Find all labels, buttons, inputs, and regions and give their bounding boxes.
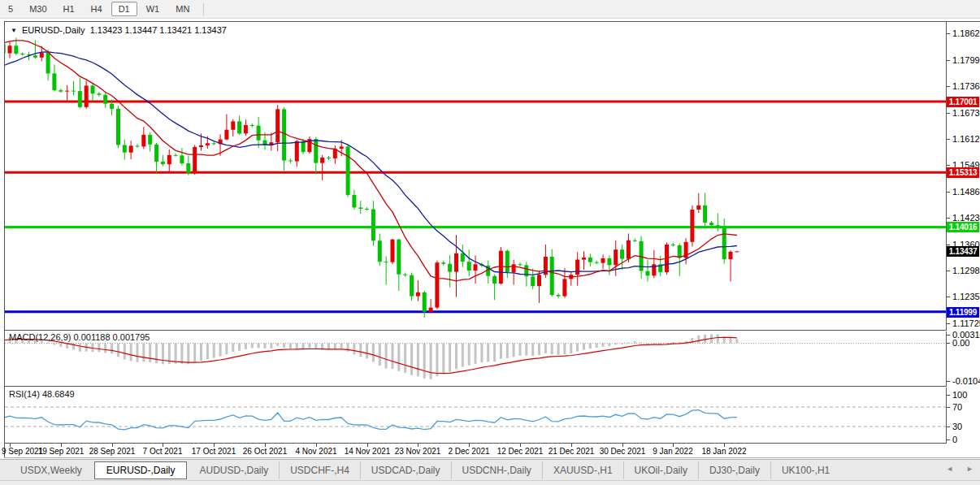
chart-tab-eurusd-daily[interactable]: EURUSD-,Daily bbox=[94, 461, 188, 479]
timeframe-button-h4[interactable]: H4 bbox=[84, 2, 110, 16]
chart-tab-usdchf-h4[interactable]: USDCHF-,H4 bbox=[279, 461, 360, 479]
date-axis[interactable]: 9 Sep 202119 Sep 202128 Sep 20217 Oct 20… bbox=[5, 444, 946, 457]
macd-bar bbox=[264, 344, 267, 349]
candle-body bbox=[314, 139, 318, 163]
macd-bar bbox=[480, 344, 483, 363]
macd-bar bbox=[79, 344, 81, 352]
chart-quote-values: 1.13423 1.13447 1.13421 1.13437 bbox=[90, 25, 227, 35]
candle-body bbox=[91, 85, 95, 93]
date-label: 2 Dec 2021 bbox=[448, 447, 489, 456]
macd-bar bbox=[258, 344, 260, 349]
price-label-tick bbox=[947, 33, 950, 34]
chart-tab-dj30-daily[interactable]: DJ30-,Daily bbox=[698, 461, 770, 479]
rsi-axis-label: 30 bbox=[952, 422, 962, 431]
candle-body bbox=[65, 91, 69, 92]
candle-body bbox=[441, 262, 445, 264]
chart-tab-xauusd-h1[interactable]: XAUUSD-,H1 bbox=[542, 461, 623, 479]
price-label: 1.14860 bbox=[952, 187, 980, 197]
timeframe-button-5[interactable]: 5 bbox=[1, 2, 20, 16]
macd-bar bbox=[576, 344, 579, 352]
macd-bar bbox=[175, 344, 177, 364]
macd-bar bbox=[455, 344, 457, 370]
chart-tab-uk100-h1[interactable]: UK100-,H1 bbox=[770, 461, 840, 479]
timeframe-button-h1[interactable]: H1 bbox=[56, 2, 82, 16]
timeframe-button-d1[interactable]: D1 bbox=[111, 2, 137, 16]
macd-bar bbox=[570, 344, 572, 354]
candle-body bbox=[371, 210, 375, 241]
date-label: 26 Oct 2021 bbox=[243, 447, 287, 456]
macd-bar bbox=[193, 344, 196, 363]
macd-bar bbox=[531, 344, 534, 357]
chart-tab-audusd-daily[interactable]: AUDUSD-,Daily bbox=[189, 461, 279, 479]
macd-signal-line bbox=[5, 337, 737, 373]
candle-body bbox=[110, 104, 114, 109]
current-price-badge: 1.13437 bbox=[947, 246, 979, 257]
timeframe-button-m30[interactable]: M30 bbox=[22, 2, 54, 16]
date-label: 7 Oct 2021 bbox=[143, 447, 183, 456]
price-label-tick bbox=[947, 323, 950, 324]
tab-scroll-right-icon[interactable]: ► bbox=[966, 465, 973, 473]
candle-body bbox=[275, 109, 280, 142]
chart-tab-usdcad-daily[interactable]: USDCAD-,Daily bbox=[360, 461, 451, 479]
candle-body bbox=[85, 85, 89, 106]
macd-bar bbox=[430, 344, 432, 379]
macd-bar bbox=[735, 339, 738, 343]
macd-bar bbox=[251, 344, 254, 349]
macd-axis-label-tick bbox=[947, 335, 950, 336]
rsi-axis-label-tick bbox=[947, 395, 950, 396]
candle-body bbox=[729, 252, 733, 259]
macd-bar bbox=[334, 344, 336, 350]
macd-bar bbox=[213, 344, 215, 358]
candle-body bbox=[575, 260, 579, 275]
macd-bar bbox=[353, 344, 355, 355]
main-chart-canvas[interactable] bbox=[5, 22, 946, 330]
candle-body bbox=[340, 146, 344, 149]
chart-tab-usdx-weekly[interactable]: USDX,Weekly bbox=[10, 461, 93, 479]
candle-body bbox=[358, 207, 362, 209]
rsi-axis-label-tick bbox=[947, 427, 950, 427]
date-label: 9 Jan 2022 bbox=[653, 447, 693, 456]
macd-bar bbox=[475, 344, 477, 364]
macd-bar bbox=[487, 344, 489, 362]
macd-bar bbox=[149, 344, 151, 362]
candle-body bbox=[735, 251, 739, 252]
macd-bar bbox=[117, 344, 119, 357]
candle-body bbox=[696, 206, 700, 210]
candle-body bbox=[5, 45, 6, 54]
candle-body bbox=[244, 125, 248, 133]
candle-body bbox=[212, 143, 216, 144]
timeframe-button-w1[interactable]: W1 bbox=[139, 2, 167, 16]
candle-body bbox=[148, 135, 152, 145]
candle-body bbox=[327, 158, 331, 158]
chart-tab-usdcnh-daily[interactable]: USDCNH-,Daily bbox=[451, 461, 542, 479]
macd-bar bbox=[137, 344, 139, 362]
macd-bar bbox=[614, 344, 617, 345]
candle-body bbox=[690, 210, 694, 242]
macd-bar bbox=[225, 344, 228, 355]
candle-body bbox=[620, 249, 624, 258]
chart-tab-ukoil-daily[interactable]: UKOil-,Daily bbox=[623, 461, 698, 479]
date-label: 23 Nov 2021 bbox=[395, 447, 441, 456]
macd-bar bbox=[385, 344, 388, 369]
price-scale[interactable]: 1.186251.179951.173651.167351.161201.154… bbox=[947, 22, 980, 457]
macd-bar bbox=[647, 344, 649, 344]
macd-bar bbox=[596, 344, 598, 349]
macd-bar bbox=[180, 344, 183, 364]
price-label-tick bbox=[947, 218, 950, 219]
candle-body bbox=[384, 262, 388, 262]
price-label: 1.12355 bbox=[952, 292, 980, 301]
symbol-dropdown-icon[interactable]: ▼ bbox=[11, 27, 17, 34]
candle-body bbox=[199, 145, 203, 147]
candle-body bbox=[161, 162, 165, 164]
rsi-canvas[interactable] bbox=[5, 388, 946, 443]
macd-bar bbox=[506, 344, 509, 358]
tab-scroll-left-icon[interactable]: ◄ bbox=[946, 465, 953, 473]
macd-bar bbox=[59, 344, 62, 348]
macd-bar bbox=[551, 344, 553, 355]
timeframe-button-mn[interactable]: MN bbox=[168, 2, 197, 16]
candle-body bbox=[703, 206, 707, 223]
candle-body bbox=[505, 251, 510, 272]
macd-bar bbox=[519, 344, 522, 356]
macd-bar bbox=[200, 344, 202, 362]
candle-body bbox=[33, 55, 37, 58]
